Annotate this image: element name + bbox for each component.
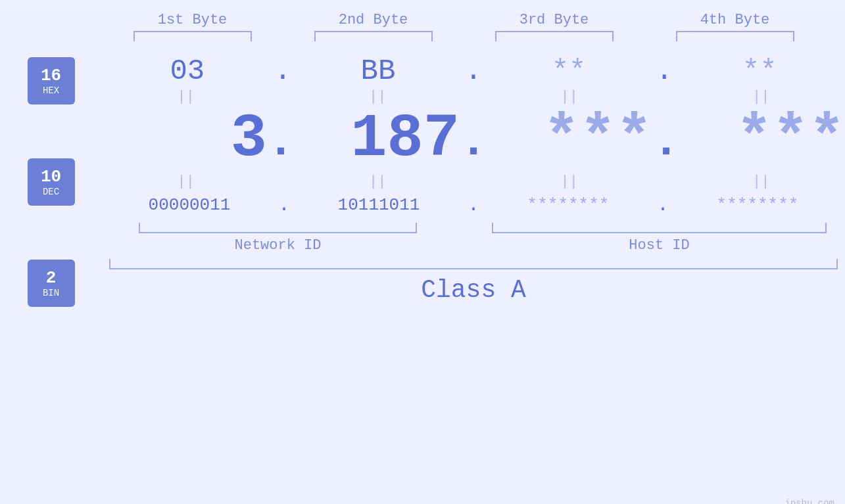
bin-dot-3: . <box>657 194 669 216</box>
col-header-4: 4th Byte <box>644 12 825 28</box>
bin-byte-2: 10111011 <box>338 195 420 215</box>
hex-byte-3: ** <box>552 55 587 87</box>
dec-dot-2: . <box>460 120 487 166</box>
hex-byte-4: ** <box>742 55 777 87</box>
hex-badge: 16 HEX <box>28 57 75 104</box>
hex-byte-2: BB <box>361 55 396 87</box>
dec-row: 3 . 187 . *** . *** <box>102 106 845 172</box>
bin-byte-4: ******** <box>717 195 799 215</box>
bottom-brackets: Network ID Host ID <box>102 223 845 254</box>
host-id-label: Host ID <box>629 237 689 254</box>
bracket-top-3 <box>464 31 644 41</box>
hex-dot-3: . <box>656 55 673 87</box>
dec-byte-1: 3 <box>231 109 267 170</box>
bin-dot-2: . <box>468 194 479 216</box>
hex-row: 03 . BB . ** . ** <box>102 48 845 87</box>
equals-row-2: || || || || <box>102 172 845 191</box>
bracket-top-1 <box>102 31 283 41</box>
class-row: Class A <box>102 276 845 304</box>
class-label: Class A <box>421 276 526 304</box>
dec-byte-2: 187 <box>350 109 460 170</box>
col-header-3: 3rd Byte <box>464 12 644 28</box>
hex-dot-1: . <box>274 55 291 87</box>
dec-dot-1: . <box>267 120 295 166</box>
bracket-top-4 <box>644 31 825 41</box>
dec-byte-4: *** <box>736 109 845 170</box>
network-id-label: Network ID <box>234 237 321 254</box>
bin-dot-1: . <box>278 194 290 216</box>
watermark: ipshu.com <box>785 497 834 504</box>
bin-byte-3: ******** <box>527 195 610 215</box>
dec-badge: 10 DEC <box>28 158 75 206</box>
bin-row: 00000011 . 10111011 . ******** . *******… <box>102 191 845 220</box>
full-bracket <box>102 259 845 269</box>
bin-badge: 2 BIN <box>28 260 75 307</box>
bin-byte-1: 00000011 <box>149 195 231 215</box>
hex-byte-1: 03 <box>170 55 205 87</box>
hex-dot-2: . <box>465 55 482 87</box>
bracket-top-2 <box>283 31 464 41</box>
equals-row-1: || || || || <box>102 87 845 106</box>
col-header-1: 1st Byte <box>102 12 283 28</box>
col-header-2: 2nd Byte <box>283 12 464 28</box>
dec-dot-3: . <box>652 120 680 166</box>
dec-byte-3: *** <box>543 109 652 170</box>
page-container: 1st Byte 2nd Byte 3rd Byte 4th Byte <box>0 12 845 504</box>
